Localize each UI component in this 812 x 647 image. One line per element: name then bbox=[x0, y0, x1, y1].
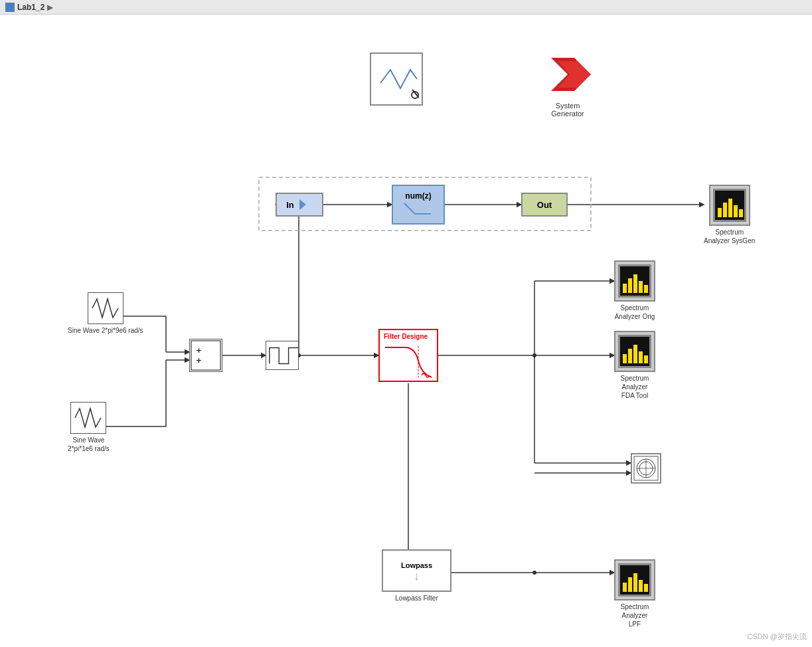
svg-rect-44 bbox=[639, 281, 643, 293]
title-bar: Lab1_2 ▶ bbox=[0, 0, 812, 15]
simulink-canvas[interactable]: Sine Wave 2*pi*9e6 rad/s Sine Wave2*pi*1… bbox=[0, 15, 812, 647]
svg-rect-50 bbox=[633, 345, 637, 363]
sysgen-label: SystemGenerator bbox=[544, 102, 591, 118]
svg-rect-64 bbox=[644, 584, 648, 592]
svg-rect-36 bbox=[728, 199, 732, 217]
svg-rect-34 bbox=[718, 208, 722, 217]
numz-block[interactable]: num(z) bbox=[392, 185, 445, 225]
sine-wave-1-label: Sine Wave 2*pi*9e6 rad/s bbox=[68, 326, 143, 335]
title-text[interactable]: Lab1_2 bbox=[17, 3, 44, 12]
lowpass-filter-label: Lowpass Filter bbox=[395, 594, 438, 602]
rate-transition-block[interactable] bbox=[266, 341, 299, 370]
svg-rect-45 bbox=[644, 285, 648, 293]
svg-rect-52 bbox=[644, 355, 648, 363]
svg-rect-43 bbox=[633, 274, 637, 293]
svg-rect-37 bbox=[734, 205, 738, 217]
svg-text:+: + bbox=[197, 355, 202, 365]
sine-wave-1[interactable]: Sine Wave 2*pi*9e6 rad/s bbox=[68, 292, 143, 335]
sine-wave-2[interactable]: Sine Wave2*pi*1e6 rad/s bbox=[68, 402, 110, 453]
title-icon bbox=[5, 3, 15, 12]
svg-rect-42 bbox=[628, 278, 632, 293]
svg-rect-49 bbox=[628, 349, 632, 363]
sum-block[interactable]: + + bbox=[189, 339, 222, 372]
spectrum-analyzer-orig[interactable]: SpectrumAnalyzer Orig bbox=[614, 260, 655, 321]
svg-rect-60 bbox=[623, 583, 627, 592]
spectrum-orig-label: SpectrumAnalyzer Orig bbox=[615, 304, 655, 321]
svg-rect-62 bbox=[633, 573, 637, 592]
svg-marker-68 bbox=[558, 61, 590, 88]
svg-rect-51 bbox=[639, 351, 643, 363]
spectrum-fda-label: SpectrumAnalyzerFDA Tool bbox=[621, 374, 649, 400]
spectrum-analyzer-sysgen[interactable]: SpectrumAnalyzer SysGen bbox=[704, 185, 755, 245]
spectrum-analyzer-lpf[interactable]: SpectrumAnalyzerLPF bbox=[614, 559, 655, 628]
spectrum-analyzer-fda[interactable]: SpectrumAnalyzerFDA Tool bbox=[614, 331, 655, 400]
spectrum-lpf-label: SpectrumAnalyzerLPF bbox=[621, 602, 649, 628]
svg-rect-38 bbox=[739, 209, 743, 217]
watermark: CSDN @岁指尖流 bbox=[748, 632, 807, 642]
lowpass-filter-block[interactable]: Lowpass ↓ Lowpass Filter bbox=[382, 549, 451, 602]
svg-rect-35 bbox=[723, 203, 727, 217]
sine-wave-2-label: Sine Wave2*pi*1e6 rad/s bbox=[68, 436, 110, 453]
svg-rect-41 bbox=[623, 284, 627, 293]
title-arrow: ▶ bbox=[47, 3, 53, 12]
svg-rect-28 bbox=[191, 341, 220, 370]
svg-rect-63 bbox=[639, 580, 643, 592]
svg-rect-48 bbox=[623, 354, 627, 363]
svg-rect-61 bbox=[628, 577, 632, 592]
svg-point-9 bbox=[532, 353, 536, 357]
in-block[interactable]: In bbox=[276, 193, 323, 217]
subsystem-preview[interactable] bbox=[370, 52, 423, 106]
filter-designer-block[interactable]: Filter Designe bbox=[378, 329, 438, 382]
out-block[interactable]: Out bbox=[521, 193, 568, 217]
system-generator-block[interactable]: SystemGenerator bbox=[544, 51, 591, 118]
scope-block[interactable] bbox=[631, 453, 661, 484]
svg-text:+: + bbox=[197, 345, 202, 355]
spectrum-sysgen-label: SpectrumAnalyzer SysGen bbox=[704, 228, 755, 245]
svg-point-25 bbox=[532, 571, 536, 575]
